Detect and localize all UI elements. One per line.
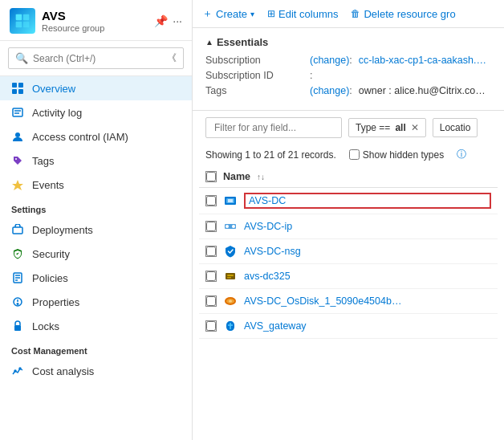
pin-icon[interactable]: 📌 <box>154 14 168 27</box>
resource-name[interactable]: AVS_gateway <box>244 320 491 332</box>
sidebar-item-properties[interactable]: Properties <box>0 290 192 314</box>
sidebar-search-area: 🔍 《 <box>0 41 192 76</box>
sidebar-item-label: Deployments <box>32 224 93 236</box>
resource-name[interactable]: AVS-DC-nsg <box>244 246 491 257</box>
settings-section-label: Settings <box>0 197 192 218</box>
resource-name[interactable]: avs-dc325 <box>244 271 491 282</box>
table-row[interactable]: AVS_gateway <box>199 314 498 339</box>
svg-rect-0 <box>16 14 22 21</box>
row-checkbox[interactable] <box>205 246 217 257</box>
row-checkbox[interactable] <box>205 195 217 206</box>
more-icon[interactable]: ··· <box>173 14 182 27</box>
svg-rect-26 <box>228 199 233 202</box>
resource-name[interactable]: AVS-DC-ip <box>244 221 491 232</box>
table-header-row: Name ↑↓ <box>199 166 498 188</box>
table-row[interactable]: AVS-DC-nsg <box>199 239 498 264</box>
sidebar-item-label: Locks <box>32 320 59 332</box>
row-checkbox[interactable] <box>205 320 217 332</box>
row-checkbox[interactable] <box>205 271 217 282</box>
subscription-row: Subscription (change) : cc-lab-xac-cp1-c… <box>205 55 491 66</box>
create-button[interactable]: ＋ Create ▾ <box>202 6 254 21</box>
cost-analysis-icon <box>11 365 24 377</box>
tags-sep: : <box>349 85 352 96</box>
sidebar-header-actions: 📌 ··· <box>154 14 182 27</box>
filter-bar: Type == all ✕ Locatio <box>193 111 504 145</box>
tags-change-link[interactable]: (change) <box>310 85 349 96</box>
search-input[interactable] <box>33 53 162 64</box>
content-area: ▲ Essentials Subscription (change) : cc-… <box>193 28 504 440</box>
sidebar-item-locks[interactable]: Locks <box>0 314 192 338</box>
toolbar: ＋ Create ▾ ⊞ Edit columns 🗑 Delete resou… <box>193 0 504 28</box>
delete-icon: 🗑 <box>351 8 360 19</box>
resource-name[interactable]: AVS-DC <box>244 193 491 209</box>
resource-icon <box>223 319 238 333</box>
sidebar-item-cost-analysis[interactable]: Cost analysis <box>0 359 192 383</box>
sidebar-item-label: Activity log <box>32 107 82 119</box>
row-select-checkbox[interactable] <box>206 321 216 331</box>
deployments-icon <box>11 223 24 236</box>
resource-subtitle: Resource group <box>42 23 148 33</box>
resource-icon <box>223 219 238 234</box>
row-select-checkbox[interactable] <box>206 246 216 256</box>
row-select-checkbox[interactable] <box>206 296 216 306</box>
activity-log-icon <box>11 106 24 119</box>
plus-icon: ＋ <box>202 6 213 21</box>
policies-icon <box>11 271 24 284</box>
sort-asc-icon[interactable]: ↑↓ <box>257 173 265 181</box>
type-filter-clear-icon[interactable]: ✕ <box>411 122 419 133</box>
sidebar-item-activity-log[interactable]: Activity log <box>0 100 192 124</box>
name-column-header[interactable]: Name <box>223 171 250 182</box>
sidebar-item-overview[interactable]: Overview <box>0 76 192 100</box>
row-select-checkbox[interactable] <box>206 222 216 231</box>
subscription-value[interactable]: cc-lab-xac-cp1-ca-aakash.mathai@ci <box>359 55 491 66</box>
row-checkbox[interactable] <box>205 295 217 307</box>
table-row[interactable]: avs-dc325 <box>199 264 498 289</box>
sidebar-item-access-control[interactable]: Access control (IAM) <box>0 124 192 149</box>
row-checkbox[interactable] <box>205 221 217 232</box>
subscription-change-link[interactable]: (change) <box>310 55 349 66</box>
sidebar-item-label: Access control (IAM) <box>32 131 128 143</box>
sidebar-item-policies[interactable]: Policies <box>0 266 192 290</box>
show-hidden-label[interactable]: Show hidden types <box>349 149 444 161</box>
edit-columns-label: Edit columns <box>278 8 338 20</box>
sidebar-item-events[interactable]: Events <box>0 173 192 197</box>
subscription-id-label: Subscription ID <box>205 70 310 81</box>
svg-marker-12 <box>12 180 23 190</box>
sidebar-item-security[interactable]: Security <box>0 242 192 266</box>
search-box[interactable]: 🔍 《 <box>8 47 184 69</box>
row-select-checkbox[interactable] <box>206 271 216 281</box>
row-select-checkbox[interactable] <box>206 196 216 206</box>
sidebar-item-tags[interactable]: Tags <box>0 149 192 173</box>
overview-icon <box>11 82 24 95</box>
table-row[interactable]: AVS-DC <box>199 188 498 214</box>
svg-point-23 <box>19 368 21 369</box>
collapse-sidebar-icon[interactable]: 《 <box>167 51 177 65</box>
sidebar-item-label: Policies <box>32 272 68 284</box>
table-row[interactable]: AVS-DC-ip <box>199 214 498 239</box>
show-hidden-checkbox[interactable] <box>349 149 360 160</box>
tags-label: Tags <box>205 85 310 96</box>
delete-button[interactable]: 🗑 Delete resource gro <box>351 8 455 20</box>
cost-management-section-label: Cost Management <box>0 338 192 359</box>
svg-point-29 <box>232 225 235 228</box>
svg-rect-7 <box>18 89 23 94</box>
delete-label: Delete resource gro <box>364 8 455 20</box>
access-control-icon <box>11 130 24 143</box>
type-filter-value: all <box>395 122 405 133</box>
filter-input[interactable] <box>205 117 342 138</box>
create-label: Create <box>216 8 247 20</box>
type-filter-badge[interactable]: Type == all ✕ <box>348 118 426 137</box>
subscription-label: Subscription <box>205 55 310 66</box>
table-row[interactable]: AVS-DC_OsDisk_1_5090e4504b3745038d8ef2ee… <box>199 289 498 314</box>
location-filter-badge[interactable]: Locatio <box>433 118 478 137</box>
sidebar-item-deployments[interactable]: Deployments <box>0 218 192 242</box>
tags-value: owner : alice.hu@Citrix.com env <box>359 85 487 96</box>
resource-icon <box>223 294 238 308</box>
select-all-checkbox[interactable] <box>205 171 217 182</box>
resource-name[interactable]: AVS-DC_OsDisk_1_5090e4504b3745038d8ef2ee… <box>244 295 404 307</box>
header-checkbox[interactable] <box>206 172 216 181</box>
svg-rect-8 <box>13 108 22 116</box>
edit-columns-button[interactable]: ⊞ Edit columns <box>267 8 338 20</box>
sidebar-nav: Overview Activity log Access control (IA… <box>0 76 192 440</box>
subscription-sep: : <box>349 55 352 66</box>
